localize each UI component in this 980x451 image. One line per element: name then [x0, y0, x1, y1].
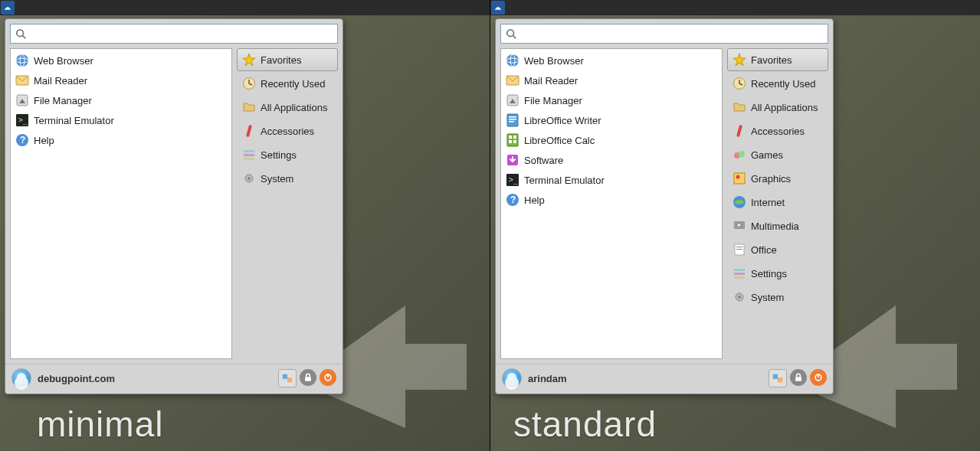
category-item[interactable]: Recently Used	[727, 72, 828, 95]
lock-screen-button[interactable]	[790, 369, 807, 386]
caption-label: minimal	[37, 404, 163, 445]
clock-icon	[733, 77, 746, 90]
app-item[interactable]: Terminal Emulator	[501, 170, 722, 190]
category-item[interactable]: Multimedia	[727, 214, 828, 237]
username-label: arindam	[528, 373, 762, 384]
category-item[interactable]: All Applications	[237, 96, 338, 119]
category-item-label: All Applications	[261, 102, 327, 113]
app-item-label: Terminal Emulator	[34, 115, 114, 126]
favorites-pane[interactable]: Web Browser Mail Reader File Manager Lib…	[500, 48, 723, 359]
category-item-label: Accessories	[261, 126, 314, 137]
app-item[interactable]: Mail Reader	[501, 70, 722, 90]
top-panel	[0, 0, 490, 15]
app-item[interactable]: File Manager	[11, 90, 231, 110]
media-icon	[733, 219, 746, 233]
category-item-label: Graphics	[751, 173, 791, 185]
whisker-menu: Web Browser Mail Reader File Manager Lib…	[495, 18, 834, 394]
category-item[interactable]: Graphics	[727, 167, 828, 190]
mail-icon	[15, 74, 29, 87]
games-icon	[733, 148, 746, 162]
help-icon	[506, 193, 519, 207]
category-item[interactable]: System	[727, 286, 828, 309]
app-item-label: File Manager	[524, 95, 582, 106]
folder-icon	[733, 100, 746, 114]
category-item[interactable]: Settings	[237, 143, 338, 166]
app-item-label: LibreOffice Writer	[524, 115, 601, 126]
category-item-label: Accessories	[751, 126, 805, 137]
category-item-label: Settings	[261, 149, 297, 161]
app-item[interactable]: Software	[501, 150, 722, 170]
category-item[interactable]: Settings	[727, 262, 828, 285]
globe-icon	[506, 54, 519, 67]
star-icon	[242, 53, 256, 67]
app-item-label: Terminal Emulator	[524, 175, 605, 186]
sliders-icon	[733, 266, 746, 280]
calc-icon	[506, 133, 519, 147]
graphics-icon	[733, 172, 746, 185]
lock-screen-button[interactable]	[300, 369, 316, 386]
star-icon	[733, 53, 746, 67]
whisker-menu-button[interactable]	[491, 1, 505, 15]
category-item[interactable]: Recently Used	[237, 72, 338, 95]
app-item-label: Mail Reader	[524, 75, 578, 87]
category-item-label: Internet	[751, 197, 785, 208]
app-item[interactable]: Mail Reader	[11, 70, 231, 90]
category-item[interactable]: Favorites	[237, 48, 338, 71]
app-item[interactable]: Help	[501, 190, 722, 210]
category-item[interactable]: System	[237, 167, 338, 190]
category-item[interactable]: Favorites	[727, 48, 828, 71]
app-item[interactable]: Terminal Emulator	[11, 110, 231, 130]
internet-icon	[733, 195, 746, 209]
app-item[interactable]: Web Browser	[501, 51, 722, 70]
top-panel	[490, 0, 980, 15]
desktop-minimal: Web Browser Mail Reader File Manager Ter…	[0, 0, 490, 451]
category-item[interactable]: All Applications	[727, 96, 828, 119]
app-item-label: Web Browser	[34, 55, 93, 67]
switch-user-button[interactable]	[769, 369, 787, 387]
whisker-menu-button[interactable]	[1, 1, 15, 15]
app-item[interactable]: LibreOffice Writer	[501, 110, 722, 130]
category-item[interactable]: Office	[727, 238, 828, 261]
category-item-label: Office	[751, 244, 777, 256]
category-item-label: Recently Used	[261, 78, 326, 90]
terminal-icon	[15, 113, 29, 127]
clock-icon	[242, 77, 256, 90]
user-avatar-icon[interactable]	[11, 368, 31, 388]
category-item[interactable]: Internet	[727, 191, 828, 214]
logout-button[interactable]	[320, 369, 336, 386]
category-item[interactable]: Accessories	[237, 119, 338, 142]
categories-pane: Favorites Recently Used All Applications…	[237, 48, 338, 359]
favorites-pane[interactable]: Web Browser Mail Reader File Manager Ter…	[10, 48, 232, 359]
app-item[interactable]: Web Browser	[11, 51, 231, 70]
office-icon	[733, 243, 746, 257]
category-item-label: Recently Used	[751, 78, 816, 90]
search-input[interactable]	[10, 24, 338, 44]
app-item-label: Mail Reader	[34, 75, 87, 87]
app-item-label: Web Browser	[524, 55, 584, 67]
gear-icon	[242, 172, 256, 185]
desktop-standard: Web Browser Mail Reader File Manager Lib…	[490, 0, 980, 451]
logout-button[interactable]	[810, 369, 827, 386]
app-item[interactable]: Help	[11, 130, 231, 150]
writer-icon	[506, 113, 519, 127]
category-item-label: Favorites	[751, 54, 792, 66]
category-item-label: System	[261, 173, 293, 185]
category-item[interactable]: Accessories	[727, 119, 828, 142]
user-avatar-icon[interactable]	[502, 368, 522, 388]
terminal-icon	[506, 173, 519, 187]
help-icon	[15, 133, 29, 147]
caption-label: standard	[513, 404, 657, 445]
whisker-menu: Web Browser Mail Reader File Manager Ter…	[5, 18, 343, 394]
app-item[interactable]: File Manager	[501, 90, 722, 110]
folder-icon	[242, 100, 256, 114]
mail-icon	[506, 74, 519, 87]
switch-user-button[interactable]	[278, 369, 297, 387]
app-item[interactable]: LibreOffice Calc	[501, 130, 722, 150]
home-icon	[15, 93, 29, 107]
search-input[interactable]	[500, 24, 828, 44]
category-item[interactable]: Games	[727, 143, 828, 166]
menu-footer: debugpoint.com	[5, 364, 343, 394]
category-item-label: All Applications	[751, 102, 818, 113]
globe-icon	[15, 54, 29, 67]
category-item-label: System	[751, 292, 784, 303]
